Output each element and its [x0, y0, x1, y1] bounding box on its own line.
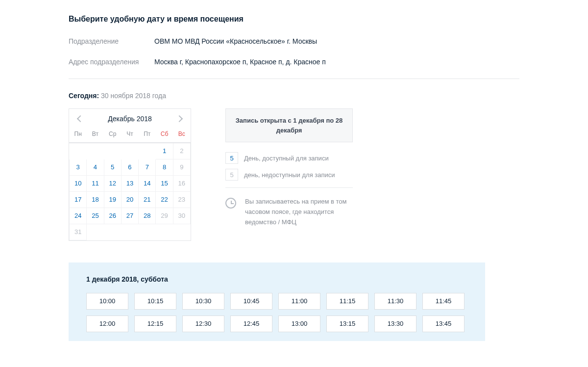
calendar-day — [104, 143, 121, 159]
timezone-note-text: Вы записываетесь на прием в том часовом … — [245, 197, 353, 227]
legend-available: 5 День, доступный для записи — [225, 152, 353, 164]
calendar-day[interactable]: 7 — [139, 159, 156, 175]
today-line: Сегодня: 30 ноября 2018 года — [69, 92, 519, 100]
calendar-day — [121, 143, 138, 159]
page-title: Выберите удобную дату и время посещения — [69, 15, 519, 24]
time-slot[interactable]: 10:00 — [86, 293, 128, 310]
calendar-day — [139, 224, 156, 240]
time-slot[interactable]: 12:45 — [230, 315, 272, 332]
calendar-day[interactable]: 11 — [87, 175, 104, 191]
calendar-day[interactable]: 22 — [156, 191, 173, 208]
weekday-header: Пт — [139, 127, 156, 143]
time-slot[interactable]: 12:15 — [134, 315, 176, 332]
weekday-header: Вс — [173, 127, 190, 143]
calendar-month-title: Декабрь 2018 — [108, 115, 152, 123]
time-slot[interactable]: 10:30 — [182, 293, 224, 310]
calendar-day[interactable]: 21 — [139, 191, 156, 208]
calendar-day: 30 — [173, 208, 190, 224]
calendar-day[interactable]: 6 — [121, 159, 138, 175]
legend-panel: Запись открыта с 1 декабря по 28 декабря… — [225, 108, 353, 227]
calendar-day[interactable]: 18 — [87, 191, 104, 208]
calendar-day: 23 — [173, 191, 190, 208]
time-slot[interactable]: 11:15 — [326, 293, 368, 310]
time-slots-grid: 10:0010:1510:3010:4511:0011:1511:3011:45… — [86, 293, 467, 332]
calendar-day: 2 — [173, 143, 190, 159]
today-value: 30 ноября 2018 года — [101, 92, 166, 100]
calendar-day[interactable]: 26 — [104, 208, 121, 224]
department-value: ОВМ МО МВД России «Красносельское» г. Мо… — [154, 37, 317, 45]
weekday-header: Пн — [70, 127, 87, 143]
time-slot[interactable]: 10:15 — [134, 293, 176, 310]
calendar-day[interactable]: 27 — [121, 208, 138, 224]
legend-available-chip: 5 — [225, 152, 238, 164]
calendar-day[interactable]: 5 — [104, 159, 121, 175]
calendar-day — [139, 143, 156, 159]
calendar-day — [156, 224, 173, 240]
calendar-day[interactable]: 25 — [87, 208, 104, 224]
calendar-day[interactable]: 13 — [121, 175, 138, 191]
calendar-day[interactable]: 1 — [156, 143, 173, 159]
timezone-note: Вы записываетесь на прием в том часовом … — [225, 197, 353, 227]
calendar-day[interactable]: 10 — [70, 175, 87, 191]
calendar-day[interactable]: 8 — [156, 159, 173, 175]
address-label: Адрес подразделения — [69, 58, 154, 66]
time-slot[interactable]: 13:15 — [326, 315, 368, 332]
time-slot[interactable]: 10:45 — [230, 293, 272, 310]
legend-unavailable: 5 день, недоступныи для записи — [225, 169, 353, 181]
calendar-day[interactable]: 17 — [70, 191, 87, 208]
divider — [69, 79, 519, 79]
prev-month-icon[interactable] — [77, 115, 84, 122]
time-slot[interactable]: 12:00 — [86, 315, 128, 332]
calendar-day[interactable]: 4 — [87, 159, 104, 175]
calendar-day[interactable]: 20 — [121, 191, 138, 208]
calendar-day: 31 — [70, 224, 87, 240]
next-month-icon[interactable] — [176, 115, 183, 122]
legend-unavailable-text: день, недоступныи для записи — [244, 171, 335, 179]
calendar-day — [121, 224, 138, 240]
weekday-header: Ср — [104, 127, 121, 143]
selected-date: 1 декабря 2018, суббота — [86, 275, 467, 283]
calendar-day — [87, 143, 104, 159]
calendar-day[interactable]: 24 — [70, 208, 87, 224]
address-row: Адрес подразделения Москва г, Краснопахо… — [69, 58, 519, 66]
calendar-day — [87, 224, 104, 240]
calendar-day: 29 — [156, 208, 173, 224]
calendar-day[interactable]: 12 — [104, 175, 121, 191]
today-label: Сегодня: — [69, 92, 99, 100]
calendar-day — [104, 224, 121, 240]
clock-icon — [225, 198, 236, 209]
department-row: Подразделение ОВМ МО МВД России «Краснос… — [69, 37, 519, 45]
weekday-header: Сб — [156, 127, 173, 143]
time-slot[interactable]: 13:45 — [422, 315, 465, 332]
calendar-day[interactable]: 15 — [156, 175, 173, 191]
calendar: Декабрь 2018 ПнВтСрЧтПтСбВс 123456789101… — [69, 108, 191, 241]
time-slots-section: 1 декабря 2018, суббота 10:0010:1510:301… — [69, 262, 485, 341]
calendar-day: 9 — [173, 159, 190, 175]
calendar-day[interactable]: 3 — [70, 159, 87, 175]
booking-window-banner: Запись открыта с 1 декабря по 28 декабря — [225, 108, 353, 142]
calendar-day[interactable]: 28 — [139, 208, 156, 224]
calendar-day: 16 — [173, 175, 190, 191]
calendar-day[interactable]: 14 — [139, 175, 156, 191]
time-slot[interactable]: 13:30 — [374, 315, 416, 332]
calendar-day — [70, 143, 87, 159]
calendar-day[interactable]: 19 — [104, 191, 121, 208]
time-slot[interactable]: 11:45 — [422, 293, 465, 310]
time-slot[interactable]: 13:00 — [278, 315, 320, 332]
department-label: Подразделение — [69, 37, 154, 45]
time-slot[interactable]: 12:30 — [182, 315, 224, 332]
legend-unavailable-chip: 5 — [225, 169, 238, 181]
legend-available-text: День, доступный для записи — [244, 155, 329, 162]
time-slot[interactable]: 11:00 — [278, 293, 320, 310]
weekday-header: Чт — [121, 127, 138, 143]
weekday-header: Вт — [87, 127, 104, 143]
address-value: Москва г, Краснопахорское п, Красное п, … — [154, 58, 326, 66]
calendar-day — [173, 224, 190, 240]
time-slot[interactable]: 11:30 — [374, 293, 416, 310]
